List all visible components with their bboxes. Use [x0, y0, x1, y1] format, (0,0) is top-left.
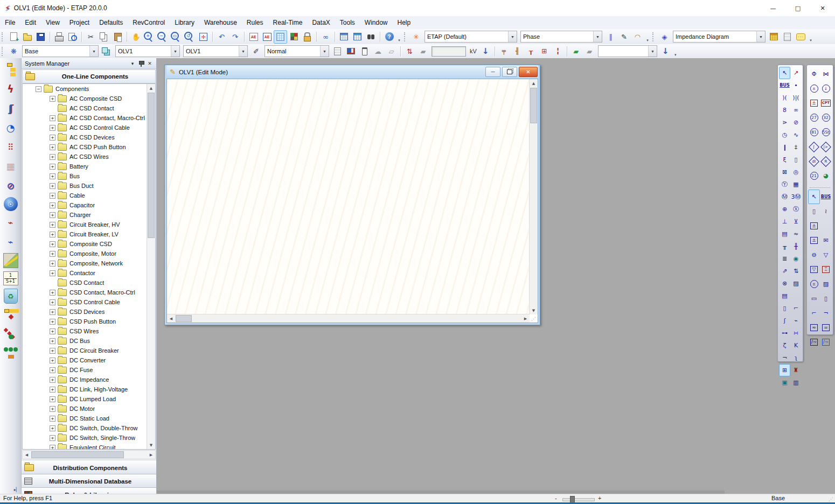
transformer-sizing-icon[interactable]: ⇅ — [403, 45, 416, 58]
synchronous-machine-tool-icon[interactable]: ◷ — [779, 129, 790, 141]
view-select[interactable]: OLV1▼ — [183, 45, 248, 57]
tree-item-circuit-breaker-hv[interactable]: +Circuit Breaker, HV — [23, 220, 147, 229]
scroll-down-icon[interactable] — [147, 441, 155, 449]
diagram-horizontal-scrollbar[interactable] — [167, 314, 530, 323]
3d-database-icon[interactable]: ◈ — [658, 30, 671, 44]
relay-curve-tool-icon[interactable]: ʃ — [808, 139, 820, 154]
phase-select-arrow-icon[interactable]: ▼ — [593, 31, 602, 42]
align-nodes-icon[interactable]: ┰ — [524, 45, 538, 58]
one-line-diagram-canvas[interactable] — [167, 79, 530, 314]
fault-tree-icon[interactable] — [3, 307, 19, 323]
transformer-3w-tool-icon[interactable]: 8 — [779, 104, 790, 116]
theme-select-arrow-icon[interactable]: ▼ — [508, 31, 517, 42]
menu-warehouse[interactable]: Warehouse — [199, 19, 242, 26]
tree-expander-icon[interactable]: + — [50, 222, 55, 228]
dc-converter-tool-icon[interactable]: ± — [808, 233, 820, 248]
converter-uni-tool-icon[interactable]: /~ — [808, 335, 820, 349]
presentation-type-select[interactable]: Impedance Diagram▼ — [673, 31, 766, 43]
node-tool-icon[interactable]: • — [790, 79, 802, 92]
scroll-left-icon[interactable] — [167, 314, 175, 323]
transformer-2w-tool-icon[interactable]: )( — [779, 92, 790, 104]
datablock-edit-icon[interactable] — [351, 30, 364, 44]
menu-edit[interactable]: Edit — [20, 19, 41, 26]
tree-expander-icon[interactable]: + — [50, 348, 55, 354]
tree-expander-icon[interactable]: + — [50, 425, 55, 431]
menu-library[interactable]: Library — [170, 19, 199, 26]
zoom-extents-icon[interactable] — [197, 30, 210, 44]
composite-network-tool-icon[interactable]: ⊞ — [779, 364, 790, 376]
static-load-tool-icon[interactable]: ⊠ — [779, 166, 790, 178]
dc-load-tool-icon[interactable]: ▽ — [808, 262, 820, 277]
chevron-down-icon[interactable] — [128, 60, 137, 67]
edit-datablock-alt-icon[interactable] — [260, 30, 274, 44]
3e-coupler-tool-icon[interactable]: ⋈ — [820, 67, 832, 81]
switchgear-tool-icon[interactable]: ≣ — [779, 253, 790, 265]
config-select-arrow-icon[interactable]: ▼ — [89, 46, 98, 57]
screen-capture-icon[interactable]: ▱ — [385, 45, 398, 58]
dc-battery-source-tool-icon[interactable]: ± — [808, 96, 820, 110]
dc-composite-tool-icon[interactable]: ✉ — [820, 233, 832, 248]
tree-item-csd-control-cable[interactable]: +CSD Control Cable — [23, 297, 147, 307]
scroll-up-icon[interactable] — [147, 84, 155, 92]
print-preview-icon[interactable] — [66, 30, 79, 44]
child-window-titlebar[interactable]: OLV1 (Edit Mode) — [166, 65, 538, 79]
cable-pulling-icon[interactable]: ⊘ — [3, 178, 19, 194]
child-restore-button[interactable] — [502, 67, 517, 77]
tree-expander-icon[interactable]: + — [50, 377, 55, 383]
find-icon[interactable] — [364, 30, 378, 44]
relay-overcurrent-tool-icon[interactable]: |> — [820, 139, 832, 154]
dc-control-diagram-icon[interactable]: ⌁ — [3, 234, 19, 250]
toolbar-overflow-icon[interactable] — [672, 46, 679, 57]
tree-expander-icon[interactable]: + — [50, 144, 55, 150]
tree-expander-icon[interactable]: + — [50, 290, 55, 296]
toolbar-grip[interactable] — [652, 32, 656, 41]
tree-expander-icon[interactable]: + — [50, 416, 55, 422]
reactor-coil-tool-icon[interactable]: ∿ — [790, 129, 802, 141]
menu-file[interactable]: File — [0, 19, 20, 26]
relay-32-tool-icon[interactable]: 32 — [820, 110, 832, 125]
toolbar-overflow-icon[interactable] — [396, 31, 402, 43]
ground-grid-icon[interactable]: ▦ — [3, 158, 19, 174]
zoom-slider-track[interactable] — [562, 498, 595, 501]
tree-item-csd-devices[interactable]: +CSD Devices — [23, 307, 147, 317]
paste-icon[interactable] — [111, 30, 124, 44]
tree-expander-icon[interactable]: + — [50, 270, 55, 276]
bus-tool-icon[interactable]: BUS — [779, 79, 790, 92]
relay-21-tool-icon[interactable]: 21 — [808, 169, 820, 183]
theme-select[interactable]: ETAP (Default)▼ — [425, 31, 517, 43]
tree-item-dc-converter[interactable]: +DC Converter — [23, 355, 147, 365]
k-device-tool-icon[interactable]: K — [790, 339, 802, 352]
transmission-line-tool-icon[interactable]: ‡ — [790, 141, 802, 153]
menu-tools[interactable]: Tools — [335, 19, 360, 26]
panel-meter-icon[interactable]: ☉ — [4, 197, 18, 211]
print-icon[interactable] — [52, 30, 66, 44]
star-coordination-icon[interactable]: ϟ — [3, 81, 19, 97]
converter-blue-tool-icon[interactable]: /~ — [820, 335, 832, 349]
datablock-yellow-icon[interactable] — [767, 30, 781, 44]
grounded-source-tool-icon[interactable]: ⊕ — [779, 203, 790, 215]
tree-expander-icon[interactable]: + — [50, 241, 55, 247]
report-copy-icon[interactable] — [331, 45, 344, 58]
phase-select[interactable]: Phase▼ — [520, 31, 602, 43]
new-project-icon[interactable] — [7, 30, 20, 44]
tree-item-dc-bus[interactable]: +DC Bus — [23, 336, 147, 346]
dc-switch-b-tool-icon[interactable]: ¬ — [820, 306, 832, 320]
tap-pair-tool-icon[interactable]: ⇅ — [790, 265, 802, 277]
tree-expander-icon[interactable]: + — [50, 396, 55, 402]
dc-bus-node-tool-icon[interactable]: ▭ — [808, 291, 820, 306]
tree-expander-icon[interactable]: + — [50, 135, 55, 141]
tree-item-dc-impedance[interactable]: +DC Impedance — [23, 375, 147, 384]
close-panel-icon[interactable] — [145, 60, 154, 67]
inverter-dc-ac-tool-icon[interactable]: ≂ — [808, 320, 820, 335]
dc-meter-tool-icon[interactable]: ± — [808, 277, 820, 291]
minimize-button[interactable]: — — [761, 0, 785, 16]
fused-switch-tool-icon[interactable]: ⌁ — [790, 314, 802, 327]
tree-item-equivalent-circuit[interactable]: +Equivalent Circuit — [23, 443, 147, 449]
phasor-scope-icon[interactable]: ◔ — [3, 120, 19, 136]
rainbow-theme-icon[interactable]: ◠ — [631, 30, 644, 44]
one-line-presentations-icon[interactable] — [3, 61, 19, 78]
tree-item-composite-csd[interactable]: +Composite CSD — [23, 239, 147, 249]
tree-expander-icon[interactable]: + — [50, 387, 55, 393]
grid-display-icon[interactable] — [274, 30, 287, 44]
presentation-select[interactable]: OLV1▼ — [115, 45, 180, 57]
